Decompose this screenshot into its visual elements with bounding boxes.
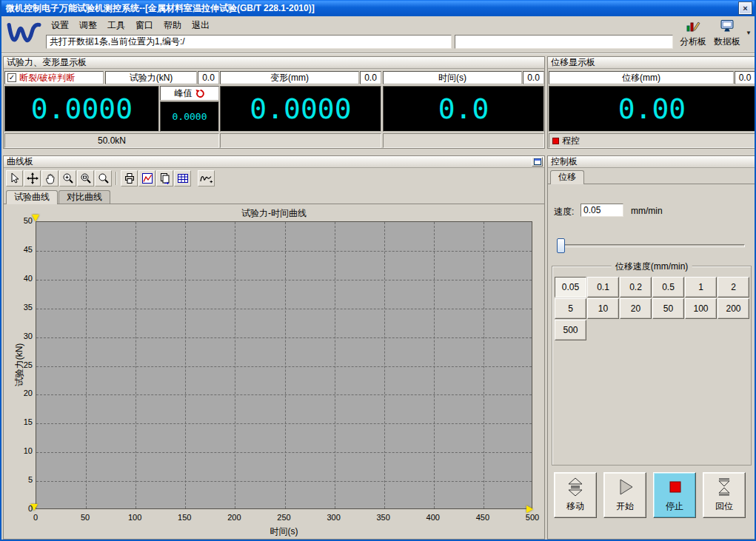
curve-setting-icon[interactable] xyxy=(138,170,155,187)
speed-option-20[interactable]: 20 xyxy=(620,298,652,319)
x-tick-label: 200 xyxy=(219,513,249,522)
mode-strip: 程控 xyxy=(549,133,755,148)
data-board-button[interactable]: 数据板 xyxy=(711,19,743,50)
plot-area[interactable] xyxy=(36,221,532,509)
move-button-label: 移动 xyxy=(566,500,584,513)
stop-button-label: 停止 xyxy=(666,500,683,513)
status-field: 共打开数据1条,当前位置为1,编号:/ xyxy=(46,35,452,49)
gridline-horizontal xyxy=(36,309,532,309)
window-title: 微机控制电子万能试验机测控系统--[金属材料室温拉伸试验(GB/T 228.1-… xyxy=(6,2,315,15)
move-icon xyxy=(564,477,586,499)
analysis-board-button[interactable]: 分析板 xyxy=(677,19,709,50)
peak-refresh-icon[interactable] xyxy=(195,89,205,98)
speed-option-5[interactable]: 5 xyxy=(555,298,586,319)
speed-label: 速度: xyxy=(554,206,574,218)
pan-hand-icon[interactable] xyxy=(41,170,58,187)
curve-tab-1[interactable]: 试验曲线 xyxy=(6,190,58,204)
data-table-icon[interactable] xyxy=(174,170,191,187)
y-tick-label: 10 xyxy=(7,446,33,455)
tab-displacement[interactable]: 位移 xyxy=(550,170,584,184)
curve-tab-2[interactable]: 对比曲线 xyxy=(58,190,110,204)
program-control-led xyxy=(552,138,559,144)
chart: 试验力-时间曲线 时间(s) 试验力(kN) 05010015020025030… xyxy=(4,205,544,539)
speed-option-50[interactable]: 50 xyxy=(652,298,684,319)
zoom-window-icon[interactable] xyxy=(77,170,94,187)
speed-unit-label: mm/min xyxy=(631,206,663,216)
deform-display: 0.0000 xyxy=(220,86,381,132)
gridline-vertical xyxy=(285,222,286,508)
time-display: 0.0 xyxy=(383,86,544,132)
break-judge-label: 断裂/破碎判断 xyxy=(19,72,75,84)
home-button[interactable]: 回位 xyxy=(703,472,746,518)
move-button[interactable]: 移动 xyxy=(554,472,597,518)
x-tick-label: 50 xyxy=(70,513,100,522)
gridline-vertical xyxy=(335,222,335,508)
title-bar[interactable]: 微机控制电子万能试验机测控系统--[金属材料室温拉伸试验(GB/T 228.1-… xyxy=(1,0,756,16)
zoom-in-icon[interactable] xyxy=(59,170,76,187)
control-panel: 控制板 位移 速度: mm/min 位移速度(mm/min) 0.050.10.… xyxy=(547,155,756,540)
speed-group-title: 位移速度(mm/min) xyxy=(612,261,692,273)
print-icon[interactable] xyxy=(121,170,138,187)
gridline-vertical xyxy=(235,222,235,508)
undock-button[interactable] xyxy=(532,157,543,167)
break-judge-cell: ✓ 断裂/破碎判断 xyxy=(4,71,104,84)
menu-item-3[interactable]: 工具 xyxy=(102,18,130,33)
speed-option-0.05[interactable]: 0.05 xyxy=(555,277,586,298)
speed-slider-thumb[interactable] xyxy=(557,238,565,253)
y-axis-top-marker xyxy=(32,215,39,221)
report-export-icon[interactable] xyxy=(156,170,173,187)
menu-item-6[interactable]: 退出 xyxy=(187,18,215,33)
speed-option-0.2[interactable]: 0.2 xyxy=(620,277,652,298)
peak-display: 0.0000 xyxy=(160,101,219,132)
speed-option-0.5[interactable]: 0.5 xyxy=(652,277,684,298)
break-judge-checkbox[interactable]: ✓ xyxy=(7,73,16,82)
annotation-icon[interactable] xyxy=(198,170,215,187)
close-button[interactable]: × xyxy=(739,2,752,14)
speed-option-2[interactable]: 2 xyxy=(717,277,749,298)
menu-item-1[interactable]: 设置 xyxy=(46,18,74,33)
start-button-label: 开始 xyxy=(616,500,634,513)
force-range-label: 50.0kN xyxy=(4,133,219,148)
x-tick-label: 300 xyxy=(319,513,349,522)
deform-header: 变形(mm) xyxy=(220,71,359,84)
x-tick-label: 250 xyxy=(270,513,299,522)
start-button[interactable]: 开始 xyxy=(603,472,646,518)
peak-button[interactable]: 峰值 xyxy=(160,86,219,101)
deform-bottom-strip xyxy=(220,133,381,148)
gridline-vertical xyxy=(384,222,385,508)
status-text: 共打开数据1条,当前位置为1,编号:/ xyxy=(50,36,185,48)
speed-option-500[interactable]: 500 xyxy=(555,320,586,340)
chart-title: 试验力-时间曲线 xyxy=(4,207,544,220)
y-tick-label: 35 xyxy=(7,303,33,312)
x-tick-label: 400 xyxy=(418,513,448,522)
speed-option-100[interactable]: 100 xyxy=(685,298,717,319)
menu-item-4[interactable]: 窗口 xyxy=(130,18,158,33)
speed-button-grid: 0.050.10.20.5125102050100200500 xyxy=(555,277,750,340)
analysis-board-label: 分析板 xyxy=(680,36,706,48)
speed-option-0.1[interactable]: 0.1 xyxy=(587,277,619,298)
control-tabs: 位移 xyxy=(548,169,755,184)
y-tick-label: 50 xyxy=(7,216,33,225)
zoom-icon[interactable] xyxy=(95,170,112,187)
speed-option-200[interactable]: 200 xyxy=(717,298,749,319)
stop-button[interactable]: 停止 xyxy=(653,472,696,518)
gridline-horizontal xyxy=(36,452,532,453)
displacement-panel: 位移显示板 位移(mm) 0.0 0.00 程控 xyxy=(547,56,756,149)
time-small-value: 0.0 xyxy=(523,71,544,84)
speed-option-1[interactable]: 1 xyxy=(685,277,717,298)
start-icon xyxy=(614,477,636,499)
speed-option-10[interactable]: 10 xyxy=(587,298,619,319)
move-cross-icon[interactable] xyxy=(24,170,41,187)
toolbar-dropdown-icon[interactable]: ▼ xyxy=(746,30,752,36)
y-tick-label: 20 xyxy=(7,389,33,397)
toolbar-separator xyxy=(116,172,117,185)
displacement-header: 位移(mm) xyxy=(549,71,734,84)
pointer-icon[interactable] xyxy=(6,170,23,187)
speed-slider-track[interactable] xyxy=(558,244,745,247)
header-separator xyxy=(1,53,756,54)
displacement-display: 0.00 xyxy=(549,86,755,132)
menu-item-5[interactable]: 帮助 xyxy=(158,18,187,33)
speed-input[interactable] xyxy=(581,204,623,217)
menu-item-2[interactable]: 调整 xyxy=(74,18,102,33)
menu-bar: 设置调整工具窗口帮助退出 xyxy=(46,18,215,33)
